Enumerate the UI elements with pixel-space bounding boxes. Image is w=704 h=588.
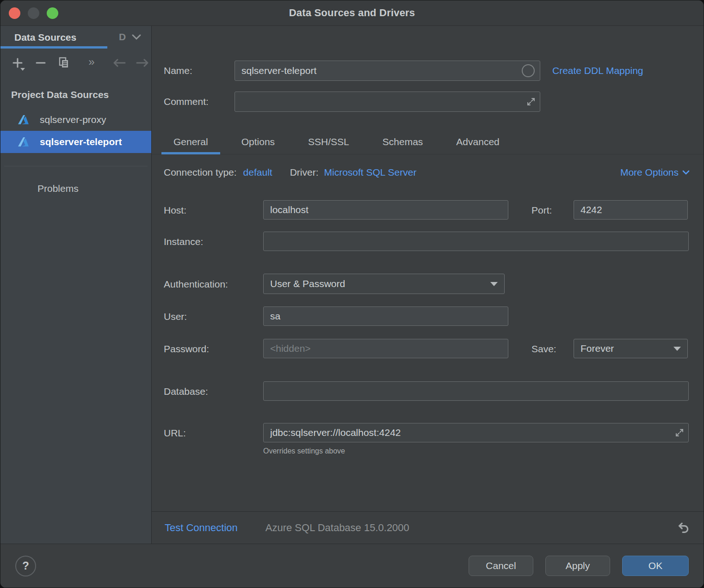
port-label: Port:	[531, 205, 552, 216]
port-input[interactable]	[574, 200, 688, 220]
add-data-source-button[interactable]	[11, 56, 25, 70]
password-label: Password:	[164, 343, 209, 355]
revert-changes-icon[interactable]	[677, 522, 691, 534]
duplicate-icon[interactable]	[57, 56, 71, 70]
connection-footer: Test Connection Azure SQL Database 15.0.…	[152, 511, 704, 544]
list-item-label: sqlserver-teleport	[40, 136, 122, 147]
tab-data-sources[interactable]: Data Sources	[14, 32, 76, 43]
create-ddl-mapping-link[interactable]: Create DDL Mapping	[552, 65, 643, 76]
driver-label: Driver:	[290, 167, 319, 178]
list-item-sqlserver-teleport[interactable]: sqlserver-teleport	[0, 131, 151, 153]
minimize-window-button[interactable]	[28, 7, 39, 19]
save-label: Save:	[531, 343, 556, 355]
show-more-actions-icon[interactable]: »	[85, 56, 99, 70]
sidebar-tab-bar: Data Sources D	[0, 26, 151, 49]
authentication-select[interactable]: User & Password	[263, 274, 505, 294]
close-window-button[interactable]	[9, 7, 20, 19]
apply-button[interactable]: Apply	[545, 556, 610, 576]
url-input[interactable]	[263, 423, 689, 442]
help-button[interactable]: ?	[15, 556, 36, 576]
test-connection-link[interactable]: Test Connection	[165, 522, 238, 534]
host-input[interactable]	[263, 200, 508, 220]
maximize-window-button[interactable]	[47, 7, 58, 19]
authentication-label: Authentication:	[164, 279, 228, 290]
host-label: Host:	[164, 205, 186, 216]
instance-label: Instance:	[164, 236, 203, 247]
password-input[interactable]	[263, 339, 508, 358]
url-hint: Overrides settings above	[263, 447, 345, 455]
ok-button[interactable]: OK	[622, 556, 689, 576]
add-dropdown-caret-icon	[20, 68, 25, 71]
dialog-button-bar: ? Cancel Apply OK	[0, 544, 704, 588]
tab-general[interactable]: General	[164, 129, 218, 154]
tab-options[interactable]: Options	[232, 129, 284, 154]
url-label: URL:	[164, 428, 186, 439]
problems-link[interactable]: Problems	[37, 183, 151, 194]
name-input[interactable]	[235, 61, 540, 81]
window-title: Data Sources and Drivers	[289, 7, 415, 19]
instance-input[interactable]	[263, 232, 689, 251]
save-value: Forever	[580, 343, 614, 354]
project-data-sources-header: Project Data Sources	[11, 89, 151, 100]
data-source-list: sqlserver-proxy sqlserver-teleport	[0, 109, 151, 153]
sidebar-toolbar: »	[0, 49, 151, 77]
name-field-wrap	[235, 61, 540, 81]
data-sources-dialog: Data Sources and Drivers Data Sources D	[0, 0, 704, 588]
cancel-button[interactable]: Cancel	[469, 556, 533, 576]
comment-input[interactable]	[235, 92, 540, 112]
list-item-label: sqlserver-proxy	[40, 114, 106, 125]
azure-icon	[17, 115, 30, 125]
server-version-info: Azure SQL Database 15.0.2000	[266, 522, 409, 534]
azure-icon	[17, 137, 30, 147]
tab-schemas[interactable]: Schemas	[373, 129, 433, 154]
titlebar: Data Sources and Drivers	[0, 0, 704, 26]
loading-spinner-icon	[522, 64, 535, 77]
connection-type-label: Connection type:	[164, 167, 237, 178]
settings-tab-bar: General Options SSH/SSL Schemas Advanced	[152, 129, 704, 154]
more-options-link[interactable]: More Options	[620, 167, 690, 178]
authentication-value: User & Password	[270, 278, 345, 289]
dropdown-arrow-icon	[673, 347, 681, 351]
chevron-down-icon	[682, 170, 690, 175]
name-label: Name:	[164, 65, 192, 76]
main-panel: Name: Create DDL Mapping Comment: Genera…	[152, 26, 704, 544]
list-item-sqlserver-proxy[interactable]: sqlserver-proxy	[0, 109, 151, 131]
action-buttons: Cancel Apply OK	[469, 556, 689, 576]
dropdown-arrow-icon	[490, 282, 498, 286]
expand-editor-icon[interactable]	[526, 97, 536, 106]
comment-field-wrap	[235, 92, 540, 112]
question-mark-icon: ?	[22, 559, 29, 572]
connection-type-value-link[interactable]: default	[243, 167, 272, 178]
traffic-lights	[9, 7, 58, 19]
active-tab-underline	[0, 46, 107, 49]
tab-advanced[interactable]: Advanced	[446, 129, 509, 154]
sidebar-divider	[4, 166, 148, 166]
back-arrow-icon[interactable]	[112, 56, 126, 70]
database-input[interactable]	[263, 381, 689, 401]
user-input[interactable]	[263, 306, 508, 326]
sidebar: Data Sources D	[0, 26, 152, 544]
chevron-down-icon[interactable]	[131, 34, 142, 40]
save-select[interactable]: Forever	[574, 339, 688, 358]
database-label: Database:	[164, 386, 208, 397]
remove-data-source-button[interactable]	[34, 56, 48, 70]
expand-editor-icon[interactable]	[675, 428, 684, 437]
tab-drivers-truncated[interactable]: D	[119, 31, 127, 43]
comment-label: Comment:	[164, 96, 209, 107]
connection-type-row: Connection type: default Driver: Microso…	[164, 167, 690, 178]
tab-ssh-ssl[interactable]: SSH/SSL	[298, 129, 359, 154]
user-label: User:	[164, 311, 187, 322]
driver-value-link[interactable]: Microsoft SQL Server	[324, 167, 417, 178]
forward-arrow-icon[interactable]	[136, 56, 149, 70]
url-field-wrap	[263, 423, 689, 442]
